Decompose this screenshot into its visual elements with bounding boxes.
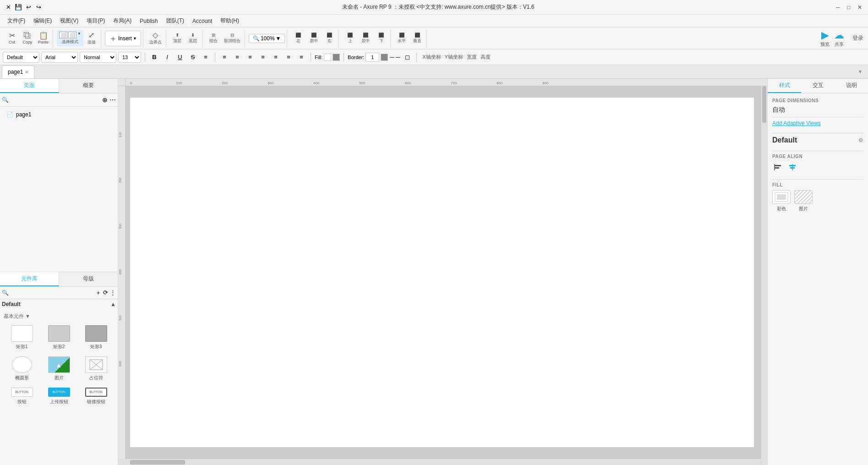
- library-refresh-icon[interactable]: ⟳: [103, 289, 108, 296]
- component-button3[interactable]: BUTTON 链接按钮: [79, 386, 113, 407]
- list-button[interactable]: ≡: [200, 52, 211, 63]
- fill-color-white[interactable]: [324, 54, 331, 61]
- add-adaptive-views-link[interactable]: Add Adaptive Views: [772, 120, 863, 126]
- default-settings-icon[interactable]: ⚙: [858, 137, 863, 143]
- style-select[interactable]: Default: [3, 52, 39, 63]
- align-center-text-button[interactable]: ≡: [232, 52, 243, 63]
- menu-file[interactable]: 文件(F): [4, 16, 29, 26]
- outline-tab[interactable]: 概要: [59, 79, 118, 93]
- pages-tab[interactable]: 页面: [0, 79, 59, 93]
- h-scrollbar-thumb[interactable]: [130, 460, 185, 465]
- horizontal-scrollbar[interactable]: [126, 459, 761, 465]
- font-select[interactable]: Arial: [41, 52, 78, 63]
- cut-button[interactable]: ✂ Cut: [5, 31, 19, 46]
- component-oval[interactable]: 椭圆形: [5, 355, 39, 383]
- component-rect3[interactable]: 矩形3: [79, 323, 113, 352]
- align-right-button[interactable]: ⬛ 右: [322, 31, 337, 45]
- vertical-align-bot-button[interactable]: ≡: [296, 52, 307, 63]
- fill-image-option[interactable]: 图片: [794, 190, 813, 212]
- vertical-align-mid-button[interactable]: ≡: [283, 52, 294, 63]
- page-options-icon[interactable]: ⋯: [109, 96, 116, 104]
- fill-color-gray[interactable]: [333, 54, 340, 61]
- align-justify-text-button[interactable]: ≡: [257, 52, 268, 63]
- close-button[interactable]: ✕: [856, 4, 863, 11]
- group-button[interactable]: ⊞ 组合: [206, 31, 221, 45]
- menu-edit[interactable]: 编辑(E): [30, 16, 55, 26]
- bottom-layer-button[interactable]: ⬇ 底层: [186, 31, 200, 45]
- page1-tab[interactable]: page1 ✕: [2, 66, 34, 78]
- page-align-center-icon[interactable]: [787, 162, 798, 173]
- border-point-button[interactable]: ◇ 边界点: [147, 30, 164, 47]
- component-button2[interactable]: BUTTON 上传按钮: [42, 386, 76, 407]
- library-tab[interactable]: 元件库: [0, 272, 59, 286]
- align-left-text-button[interactable]: ≡: [219, 52, 230, 63]
- distribute-v-button[interactable]: ⬛ 垂直: [410, 31, 425, 45]
- library-search-input[interactable]: [11, 290, 93, 295]
- align-bottom-button[interactable]: ⬛ 下: [374, 31, 388, 45]
- add-page-icon[interactable]: ⊕: [102, 96, 108, 104]
- menu-account[interactable]: Account: [189, 17, 216, 25]
- vertical-align-top-button[interactable]: ≡: [270, 52, 281, 63]
- component-rect2[interactable]: 矩形2: [42, 323, 76, 352]
- component-rect1[interactable]: 矩形1: [5, 323, 39, 352]
- strikethrough-button[interactable]: S: [187, 52, 198, 63]
- menu-help[interactable]: 帮助(H): [217, 16, 243, 26]
- align-left-button[interactable]: ⬛ 左: [291, 31, 306, 45]
- paste-button[interactable]: 📋 Paste: [36, 31, 51, 46]
- share-button[interactable]: ☁ 共享: [834, 29, 844, 48]
- notes-tab[interactable]: 说明: [835, 79, 868, 93]
- bold-button[interactable]: B: [149, 52, 160, 63]
- distribute-h-button[interactable]: ⬛ 水平: [394, 31, 409, 45]
- login-button[interactable]: 登录: [852, 34, 863, 42]
- border-style-button[interactable]: ─ ─: [389, 52, 400, 63]
- border-color-box[interactable]: [381, 54, 388, 61]
- tab-dropdown[interactable]: ▼: [854, 69, 866, 74]
- library-menu-icon[interactable]: ⋮: [110, 289, 116, 296]
- component-image[interactable]: 图片: [42, 355, 76, 383]
- undo-icon[interactable]: ↩: [25, 4, 32, 11]
- border-width-input[interactable]: [366, 53, 379, 62]
- fill-color-option[interactable]: 彩色: [772, 190, 791, 212]
- v-scrollbar-thumb[interactable]: [762, 86, 766, 123]
- component-button1[interactable]: BUTTON 按钮: [5, 386, 39, 407]
- vertical-scrollbar[interactable]: [761, 86, 767, 459]
- page-align-left-icon[interactable]: [772, 162, 783, 173]
- align-center-v-button[interactable]: ⬛ 居中: [358, 31, 373, 45]
- style-tab[interactable]: 样式: [768, 79, 801, 93]
- preview-button[interactable]: ▶ 预览: [820, 29, 830, 48]
- maximize-button[interactable]: □: [845, 4, 852, 11]
- connect-button[interactable]: ⤢ 连接: [84, 30, 99, 47]
- library-add-icon[interactable]: ＋: [95, 289, 101, 297]
- zoom-control[interactable]: 🔍 100% ▼: [249, 34, 285, 43]
- page-align-label: PAGE ALIGN: [772, 154, 863, 159]
- save-icon[interactable]: 💾: [15, 4, 22, 11]
- minimize-button[interactable]: ─: [834, 4, 841, 11]
- page-item-page1[interactable]: 📄 page1: [3, 109, 115, 120]
- heading-select[interactable]: Normal: [80, 52, 116, 63]
- insert-button[interactable]: ＋ Insert ▼: [105, 31, 141, 46]
- menu-layout[interactable]: 布局(A): [109, 16, 135, 26]
- menu-view[interactable]: 视图(V): [56, 16, 82, 26]
- underline-button[interactable]: U: [175, 52, 186, 63]
- select-mode-button[interactable]: ⬜ ⬜ ▼ 选择模式: [57, 30, 83, 46]
- align-right-text-button[interactable]: ≡: [245, 52, 256, 63]
- menu-publish[interactable]: Publish: [136, 17, 161, 25]
- align-center-h-button[interactable]: ⬛ 居中: [306, 31, 321, 45]
- library-collapse-icon[interactable]: ▲: [110, 301, 116, 307]
- ungroup-button[interactable]: ⊟ 取消组合: [222, 31, 243, 45]
- top-layer-button[interactable]: ⬆ 顶层: [170, 31, 185, 45]
- copy-button[interactable]: ⿻ Copy: [20, 31, 35, 46]
- align-top-button[interactable]: ⬛ 上: [343, 31, 357, 45]
- menu-project[interactable]: 项目(P): [83, 16, 109, 26]
- interaction-tab[interactable]: 交互: [801, 79, 835, 93]
- pages-search-input[interactable]: [11, 95, 100, 104]
- canvas-main[interactable]: [126, 86, 761, 459]
- masters-tab[interactable]: 母版: [59, 272, 118, 286]
- border-corner-button[interactable]: ◻: [402, 52, 413, 63]
- tab-close-icon[interactable]: ✕: [25, 70, 28, 75]
- redo-icon[interactable]: ↪: [35, 4, 42, 11]
- size-select[interactable]: 13: [118, 52, 141, 63]
- component-placeholder[interactable]: 占位符: [79, 355, 113, 383]
- menu-team[interactable]: 团队(T): [163, 16, 188, 26]
- italic-button[interactable]: I: [162, 52, 173, 63]
